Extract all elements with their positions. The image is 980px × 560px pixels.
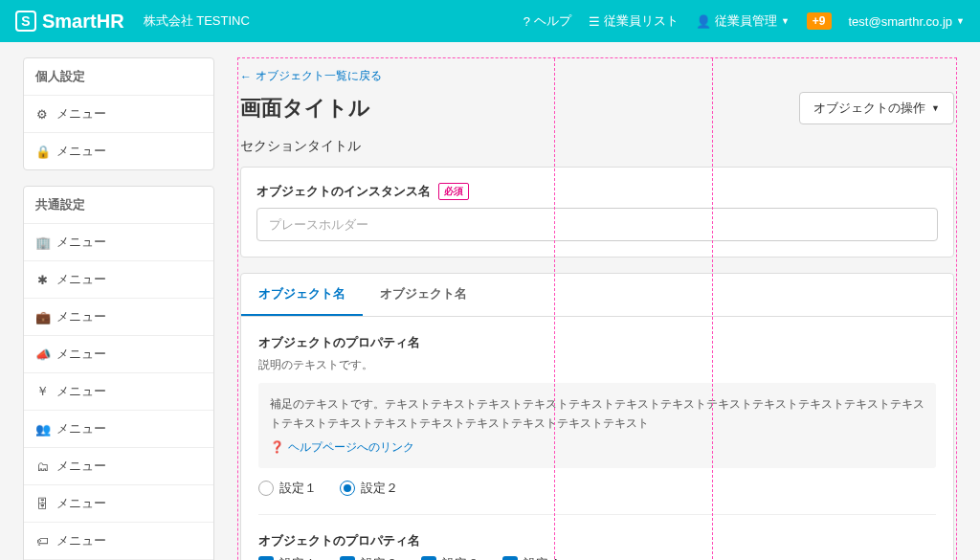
sidebar-item-label: メニュー: [56, 532, 106, 549]
check-setting-2[interactable]: ✓設定２: [340, 555, 398, 560]
tabs: オブジェクト名 オブジェクト名: [240, 273, 954, 317]
object-operation-dropdown[interactable]: オブジェクトの操作 ▼: [799, 92, 954, 124]
check-2-label: 設定２: [361, 555, 398, 560]
property-1-label: オブジェクトのプロパティ名: [258, 334, 936, 351]
asterisk-icon: ✱: [35, 273, 49, 287]
radio-icon: [340, 481, 355, 496]
sidebar-item[interactable]: 🏢メニュー: [24, 224, 213, 261]
radio-1-label: 設定１: [279, 480, 317, 497]
brand-logo[interactable]: S SmartHR: [15, 11, 124, 33]
note-text: 補足のテキストです。テキストテキストテキストテキストテキストテキストテキストテキ…: [270, 397, 924, 430]
sidebar-item[interactable]: ✱メニュー: [24, 261, 213, 299]
note-box: 補足のテキストです。テキストテキストテキストテキストテキストテキストテキストテキ…: [258, 383, 936, 468]
help-page-link[interactable]: ❓ ヘルプページへのリンク: [270, 437, 414, 457]
sidebar-item[interactable]: 💼メニュー: [24, 299, 213, 336]
chevron-down-icon: ▼: [931, 103, 940, 113]
db-icon: 🗄: [35, 497, 49, 511]
building-icon: 🏢: [35, 235, 49, 250]
radio-icon: [258, 481, 274, 496]
check-1-label: 設定１: [279, 555, 317, 560]
sidebar-item-label: メニュー: [56, 143, 106, 160]
check-3-label: 設定３: [442, 555, 479, 560]
sidebar-item-label: メニュー: [56, 271, 106, 288]
tab-object-1[interactable]: オブジェクト名: [241, 274, 363, 316]
sidebar-item-label: メニュー: [56, 383, 106, 400]
checkbox-icon: ✓: [421, 556, 436, 560]
operation-label: オブジェクトの操作: [813, 100, 925, 117]
help-link[interactable]: ? ヘルプ: [523, 12, 571, 30]
help-icon: ❓: [270, 437, 284, 457]
sidebar-item[interactable]: 🏷メニュー: [24, 523, 213, 560]
arrow-left-icon: ←: [240, 70, 252, 83]
checkbox-icon: ✓: [258, 556, 274, 560]
company-name: 株式会社 TESTINC: [144, 12, 250, 30]
app-header: S SmartHR 株式会社 TESTINC ? ヘルプ ☰ 従業員リスト 👤 …: [0, 0, 980, 42]
property-2-label: オブジェクトのプロパティ名: [258, 532, 936, 549]
check-setting-1[interactable]: ✓設定１: [258, 555, 317, 560]
user-menu[interactable]: test@smarthr.co.jp ▼: [849, 14, 966, 29]
page-title: 画面タイトル: [240, 94, 370, 123]
sidebar-item[interactable]: 👥メニュー: [24, 411, 213, 448]
back-link[interactable]: ← オブジェクト一覧に戻る: [240, 60, 382, 92]
emp-list-label: 従業員リスト: [604, 12, 679, 30]
yen-icon: ￥: [35, 383, 49, 400]
cog-icon: ⚙: [35, 107, 49, 122]
divider: [258, 514, 936, 515]
chevron-down-icon: ▼: [956, 16, 965, 26]
check-setting-3[interactable]: ✓設定３: [421, 555, 479, 560]
radio-setting-2[interactable]: 設定２: [340, 480, 398, 497]
briefcase-icon: 💼: [35, 310, 49, 325]
help-link-label: ヘルプページへのリンク: [288, 437, 414, 457]
common-settings-section: 共通設定 🏢メニュー✱メニュー💼メニュー📣メニュー￥メニュー👥メニュー🗂メニュー…: [23, 186, 214, 560]
check-setting-4[interactable]: ✓設定４: [502, 555, 561, 560]
sidebar-item-label: メニュー: [56, 234, 106, 251]
lock-icon: 🔒: [35, 145, 49, 159]
sidebar-item[interactable]: ⚙メニュー: [24, 96, 213, 133]
section-title: セクションタイトル: [240, 138, 954, 155]
notification-badge[interactable]: +9: [807, 12, 832, 30]
badge2-icon: 🏷: [35, 534, 49, 549]
list-icon: ☰: [589, 14, 600, 29]
checkbox-icon: ✓: [340, 556, 355, 560]
checkbox-group: ✓設定１ ✓設定２ ✓設定３ ✓設定４: [258, 555, 936, 560]
personal-settings-title: 個人設定: [24, 58, 213, 96]
sidebar-item[interactable]: ￥メニュー: [24, 373, 213, 411]
sidebar-item[interactable]: 🔒メニュー: [24, 133, 213, 169]
brand-text: SmartHR: [42, 11, 124, 33]
help-icon: ?: [523, 14, 530, 29]
sidebar-item-label: メニュー: [56, 458, 106, 475]
user-icon: 👤: [696, 14, 711, 29]
common-settings-title: 共通設定: [24, 187, 213, 224]
emp-mgmt-label: 従業員管理: [715, 12, 777, 30]
required-badge: 必須: [438, 183, 469, 200]
property-1-desc: 説明のテキストです。: [258, 357, 936, 373]
employee-list-link[interactable]: ☰ 従業員リスト: [589, 12, 679, 30]
user-email: test@smarthr.co.jp: [849, 14, 953, 29]
instance-name-card: オブジェクトのインスタンス名 必須: [240, 167, 954, 258]
chevron-down-icon: ▼: [781, 16, 790, 26]
checkbox-icon: ✓: [502, 556, 518, 560]
layout-guide-overlay: ← オブジェクト一覧に戻る 画面タイトル オブジェクトの操作 ▼ セクションタイ…: [237, 57, 957, 560]
sidebar-item-label: メニュー: [56, 346, 106, 363]
personal-settings-section: 個人設定 ⚙メニュー🔒メニュー: [23, 57, 214, 170]
sidebar: 個人設定 ⚙メニュー🔒メニュー 共通設定 🏢メニュー✱メニュー💼メニュー📣メニュ…: [23, 57, 214, 560]
tab-panel: オブジェクトのプロパティ名 説明のテキストです。 補足のテキストです。テキストテ…: [240, 317, 954, 560]
back-label: オブジェクト一覧に戻る: [256, 68, 382, 84]
users-icon: 👥: [35, 422, 49, 437]
employee-mgmt-dropdown[interactable]: 👤 従業員管理 ▼: [696, 12, 790, 30]
main-content: ← オブジェクト一覧に戻る 画面タイトル オブジェクトの操作 ▼ セクションタイ…: [237, 57, 957, 560]
logo-icon: S: [15, 11, 36, 32]
sidebar-item-label: メニュー: [56, 105, 106, 123]
help-label: ヘルプ: [534, 12, 571, 30]
tab-object-2[interactable]: オブジェクト名: [363, 274, 484, 316]
sidebar-item[interactable]: 🗄メニュー: [24, 485, 213, 523]
sidebar-item[interactable]: 📣メニュー: [24, 336, 213, 373]
radio-group: 設定１ 設定２: [258, 480, 936, 497]
card-icon: 🗂: [35, 459, 49, 474]
instance-name-label: オブジェクトのインスタンス名: [256, 183, 431, 200]
sidebar-item[interactable]: 🗂メニュー: [24, 448, 213, 485]
radio-setting-1[interactable]: 設定１: [258, 480, 317, 497]
radio-2-label: 設定２: [361, 480, 398, 497]
sidebar-item-label: メニュー: [56, 495, 106, 512]
instance-name-input[interactable]: [256, 208, 938, 241]
